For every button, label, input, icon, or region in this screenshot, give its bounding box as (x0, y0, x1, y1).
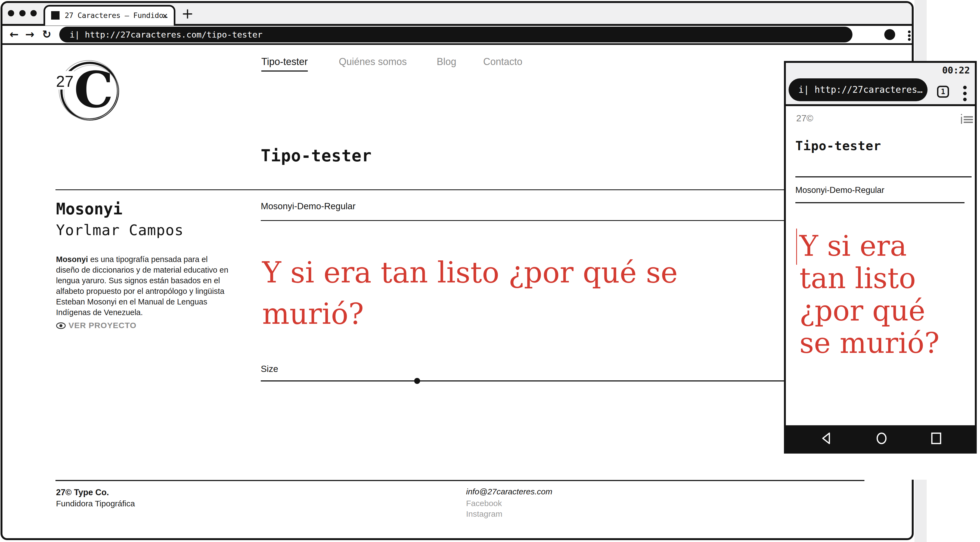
phone-home-icon[interactable] (875, 432, 888, 445)
size-slider-thumb[interactable] (414, 378, 420, 384)
nav-item-blog[interactable]: Blog (437, 57, 456, 67)
type-preview-line: murió? (262, 293, 678, 335)
type-preview-line: Y si era tan listo ¿por qué se (262, 252, 678, 293)
phone-text-cursor (796, 228, 797, 265)
phone-overlay: 00:22 i| http://27caracteres… 1 27© Tipo… (784, 61, 977, 454)
font-select-value[interactable]: Mosonyi-Demo-Regular (261, 202, 355, 210)
size-slider-track[interactable] (261, 380, 864, 381)
type-preview-line: se murió? (799, 327, 940, 359)
browser-menu-icon[interactable] (908, 29, 911, 42)
nav-item-quienes-somos[interactable]: Quiénes somos (339, 57, 407, 67)
reload-icon[interactable]: ↻ (42, 26, 51, 43)
phone-font-select-value[interactable]: Mosonyi-Demo-Regular (795, 186, 884, 194)
phone-nav-bar (786, 425, 975, 452)
footer-company: 27© Type Co. (56, 488, 109, 497)
browser-toolbar: ← → ↻ i| http://27caracteres.com/tipo-te… (2, 26, 912, 45)
font-description-lead: Mosonyi (56, 255, 88, 264)
site-logo[interactable]: C 27 (54, 58, 124, 128)
nav-item-tipo-tester[interactable]: Tipo-tester (261, 57, 308, 72)
phone-page-title: Tipo-tester (795, 140, 881, 152)
footer-instagram-link[interactable]: Instagram (466, 510, 502, 518)
phone-address-bar[interactable]: i| http://27caracteres… (789, 78, 928, 101)
type-preview-line: ¿por qué (799, 295, 940, 327)
phone-divider (795, 176, 972, 177)
profile-avatar[interactable] (884, 29, 895, 40)
browser-tab-bar: 27 Caracteres — Fundido… × + (2, 3, 912, 26)
view-project-link[interactable]: VER PROYECTO (56, 321, 137, 330)
page-content: C 27 Tipo-tester Quiénes somos Blog Cont… (5, 46, 909, 538)
section-divider (56, 190, 864, 190)
window-control-dot-3[interactable] (30, 10, 37, 16)
tab-title: 27 Caracteres — Fundido… (65, 6, 167, 24)
phone-site-logo[interactable]: 27© (796, 113, 813, 123)
phone-recents-icon[interactable] (930, 432, 943, 445)
phone-hamburger-icon[interactable] (961, 114, 973, 124)
window-control-dot-2[interactable] (19, 10, 25, 16)
new-tab-button[interactable]: + (181, 4, 194, 23)
window-control-dot-1[interactable] (8, 10, 14, 16)
phone-back-icon[interactable] (821, 432, 834, 445)
eye-icon (56, 322, 66, 329)
type-preview-desktop[interactable]: Y si era tan listo ¿por qué se murió? (262, 252, 678, 335)
nav-item-contacto[interactable]: Contacto (483, 57, 522, 67)
font-select-underline (261, 220, 864, 221)
phone-browser-menu-icon[interactable] (963, 86, 967, 104)
type-preview-phone[interactable]: Y si era tan listo ¿por qué se murió? (799, 230, 940, 359)
page-title: Tipo-tester (261, 147, 372, 164)
font-description-text: es una tipografía pensada para el diseño… (56, 255, 228, 317)
phone-font-select-underline (795, 202, 964, 203)
browser-tab[interactable]: 27 Caracteres — Fundido… × (43, 5, 175, 26)
footer-facebook-link[interactable]: Facebook (466, 499, 502, 507)
font-description: Mosonyi es una tipografía pensada para e… (56, 254, 232, 318)
logo-letter: C (74, 61, 113, 119)
back-icon[interactable]: ← (10, 26, 19, 43)
footer-divider (56, 480, 864, 481)
type-preview-line: Y si era (799, 230, 940, 262)
view-project-label: VER PROYECTO (68, 321, 137, 330)
size-label: Size (261, 364, 278, 373)
type-preview-line: tan listo (799, 262, 940, 295)
footer-email-link[interactable]: info@27caracteres.com (466, 488, 552, 496)
footer-tagline: Fundidora Tipográfica (56, 499, 135, 508)
phone-clock: 00:22 (942, 65, 970, 75)
phone-browser-bar: 00:22 i| http://27caracteres… 1 (786, 63, 975, 106)
font-name-heading: Mosonyi (56, 201, 123, 217)
browser-window: 27 Caracteres — Fundido… × + ← → ↻ i| ht… (0, 1, 914, 540)
logo-number: 27 (56, 72, 74, 90)
address-bar[interactable]: i| http://27caracteres.com/tipo-tester (59, 27, 853, 43)
font-designer: Yorlmar Campos (56, 223, 183, 238)
forward-icon[interactable]: → (25, 26, 35, 43)
tab-close-icon[interactable]: × (162, 6, 168, 24)
tab-favicon-icon (51, 11, 60, 19)
phone-margin (784, 454, 980, 480)
phone-tab-counter[interactable]: 1 (937, 86, 949, 98)
